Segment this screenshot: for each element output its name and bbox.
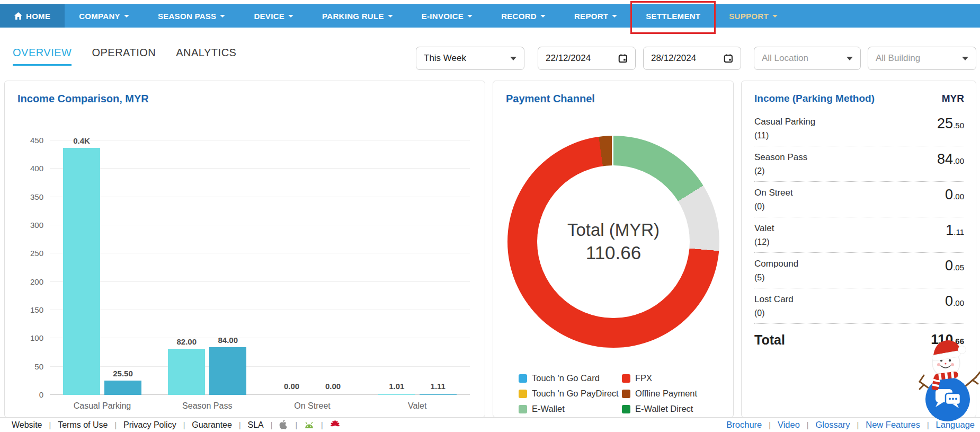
legend-label: Offline Payment	[635, 389, 697, 399]
nav-item-device[interactable]: DEVICE	[239, 4, 308, 28]
income-total-label: Total	[754, 332, 785, 347]
nav-item-home[interactable]: HOME	[0, 4, 65, 28]
legend-item-touch-n-go-card[interactable]: Touch 'n Go Card	[519, 371, 622, 386]
income-row-label: Valet	[754, 223, 964, 234]
y-axis-tick: 450	[12, 136, 43, 145]
nav-item-label: SEASON PASS	[158, 12, 217, 21]
donut-total-label: Total (MYR)	[567, 220, 660, 240]
income-row-on-street: On Street(0)0.00	[754, 182, 964, 217]
income-row-label: Casual Parking	[754, 117, 964, 127]
y-axis-tick: 400	[12, 164, 43, 173]
footer-separator: |	[807, 421, 809, 429]
android-icon[interactable]	[304, 422, 314, 428]
nav-item-support[interactable]: SUPPORT	[715, 4, 792, 28]
nav-item-record[interactable]: RECORD	[487, 4, 560, 28]
legend-item-e-wallet-direct[interactable]: E-Wallet Direct	[622, 401, 720, 417]
footer-link-guarantee[interactable]: Guarantee	[192, 420, 232, 430]
nav-item-label: DEVICE	[254, 12, 284, 21]
income-row-count: (2)	[754, 166, 964, 176]
tab-overview[interactable]: OVERVIEW	[13, 47, 72, 66]
footer-link-terms-of-use[interactable]: Terms of Use	[58, 420, 108, 430]
income-row-lost-card: Lost Card(0)0.00	[754, 288, 964, 324]
y-axis-tick: 250	[12, 249, 43, 258]
tab-operation[interactable]: OPERATION	[92, 47, 156, 66]
location-select[interactable]: All Location	[754, 47, 861, 70]
tab-analytics[interactable]: ANALYTICS	[176, 47, 236, 66]
income-panel-title: Income (Parking Method)	[754, 93, 875, 104]
footer-link-privacy-policy[interactable]: Privacy Policy	[123, 420, 176, 430]
bar-value-label: 0.00	[309, 382, 357, 391]
nav-item-settlement[interactable]: SETTLEMENT	[631, 4, 715, 28]
y-axis-tick: 200	[12, 277, 43, 286]
santa-hat-icon	[932, 340, 966, 362]
legend-swatch	[622, 405, 630, 413]
footer-left-links: Website|Terms of Use|Privacy Policy|Guar…	[12, 420, 340, 430]
bar-season-pass-2	[209, 347, 246, 395]
nav-item-company[interactable]: COMPANY	[65, 4, 144, 28]
y-axis-tick: 300	[12, 221, 43, 230]
legend-item-touch-n-go-paydirect[interactable]: Touch 'n Go PayDirect	[519, 386, 622, 401]
bar-value-label: 84.00	[204, 336, 252, 345]
nav-item-parking-rule[interactable]: PARKING RULE	[308, 4, 407, 28]
legend-item-e-wallet[interactable]: E-Wallet	[519, 401, 622, 417]
footer-separator: |	[857, 421, 859, 429]
income-panel-currency: MYR	[942, 93, 964, 104]
chevron-down-icon	[388, 15, 393, 17]
nav-item-season-pass[interactable]: SEASON PASS	[144, 4, 240, 28]
footer-link-website[interactable]: Website	[12, 420, 42, 430]
income-row-value: 25.50	[937, 116, 964, 132]
bar-casual-parking-1	[63, 148, 100, 395]
income-comparison-card: Income Comparison, MYR 05010015020025030…	[4, 81, 485, 418]
nav-item-label: PARKING RULE	[322, 12, 384, 21]
building-select-value: All Building	[876, 53, 962, 64]
building-select[interactable]: All Building	[868, 47, 976, 70]
calendar-icon[interactable]	[618, 53, 628, 64]
chat-widget-button[interactable]	[912, 334, 980, 422]
legend-item-fpx[interactable]: FPX	[622, 371, 720, 386]
income-row-value: 0.05	[945, 258, 964, 274]
footer-link-video[interactable]: Video	[778, 420, 800, 430]
footer-link-sla[interactable]: SLA	[248, 420, 264, 430]
footer-separator: |	[114, 421, 117, 429]
income-row-label: On Street	[754, 188, 964, 198]
income-comparison-chart: 050100150200250300350400450Casual Parkin…	[50, 140, 470, 395]
legend-swatch	[519, 374, 527, 383]
date-to-input[interactable]	[651, 53, 724, 64]
footer-separator: |	[239, 421, 241, 429]
income-row-label: Lost Card	[754, 294, 964, 305]
apple-icon[interactable]	[279, 420, 288, 430]
footer-link-brochure[interactable]: Brochure	[726, 420, 762, 430]
date-from-input[interactable]	[546, 53, 618, 64]
bar-group-valet: 1.011.11	[365, 140, 470, 395]
legend-label: FPX	[635, 373, 652, 383]
date-from-field[interactable]	[538, 47, 636, 70]
huawei-icon[interactable]	[330, 420, 340, 429]
footer-link-glossary[interactable]: Glossary	[815, 420, 850, 430]
chevron-down-icon	[467, 15, 473, 17]
bar-value-label: 1.11	[414, 382, 462, 391]
dashboard-page: HOMECOMPANYSEASON PASSDEVICEPARKING RULE…	[0, 0, 980, 432]
bar-value-label: 0.00	[268, 382, 316, 391]
period-select[interactable]: This Week	[416, 47, 524, 70]
income-row-casual-parking: Casual Parking(11)25.50	[754, 111, 964, 146]
nav-item-label: REPORT	[574, 12, 608, 21]
legend-swatch	[622, 390, 630, 398]
nav-item-report[interactable]: REPORT	[560, 4, 631, 28]
footer-separator: |	[321, 421, 323, 429]
income-row-count: (0)	[754, 308, 964, 318]
y-axis-tick: 50	[12, 362, 43, 371]
nav-item-e-invoice[interactable]: E-INVOICE	[407, 4, 487, 28]
bar-casual-parking-2	[104, 381, 141, 395]
date-to-field[interactable]	[643, 47, 741, 70]
calendar-icon[interactable]	[724, 53, 733, 64]
income-comparison-title: Income Comparison, MYR	[17, 93, 149, 105]
legend-item-offline-payment[interactable]: Offline Payment	[622, 386, 720, 401]
x-axis-label-valet: Valet	[365, 401, 470, 411]
payment-channel-card: Payment Channel Total (MYR) 110.66 Touch…	[493, 81, 734, 418]
footer-separator: |	[49, 421, 51, 429]
legend-swatch	[519, 390, 527, 398]
income-row-value: 0.00	[945, 187, 964, 203]
income-row-label: Compound	[754, 259, 964, 269]
payment-channel-title: Payment Channel	[506, 93, 595, 105]
footer-separator: |	[183, 421, 185, 429]
